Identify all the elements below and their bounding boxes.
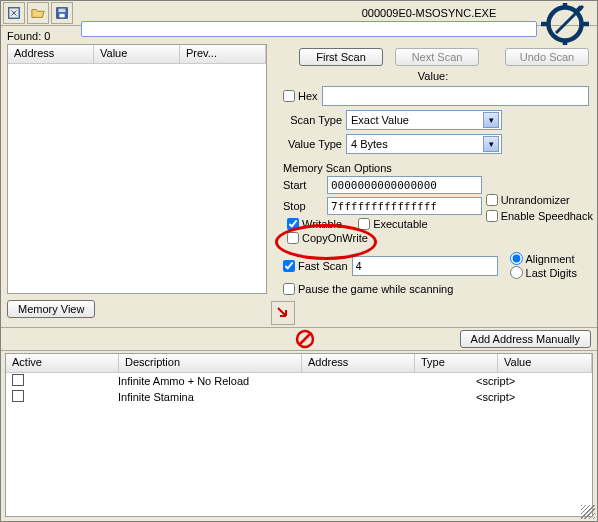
col-previous[interactable]: Prev... bbox=[180, 45, 266, 63]
cheat-value: <script> bbox=[476, 375, 592, 387]
cheat-active-checkbox[interactable] bbox=[12, 374, 24, 386]
value-input[interactable] bbox=[322, 86, 589, 106]
svg-rect-6 bbox=[563, 3, 568, 9]
writable-label: Writable bbox=[302, 218, 342, 230]
cheat-value: <script> bbox=[476, 391, 592, 403]
value-type-label: Value Type bbox=[277, 138, 342, 150]
memory-view-button[interactable]: Memory View bbox=[7, 300, 95, 318]
cheat-table[interactable]: Active Description Address Type Value In… bbox=[5, 353, 593, 517]
svg-rect-4 bbox=[59, 14, 64, 18]
start-label: Start bbox=[283, 179, 323, 191]
svg-line-12 bbox=[299, 333, 311, 345]
next-scan-button: Next Scan bbox=[395, 48, 479, 66]
undo-scan-button: Undo Scan bbox=[505, 48, 589, 66]
arrow-down-right-icon bbox=[275, 305, 291, 321]
add-address-manually-button[interactable]: Add Address Manually bbox=[460, 330, 591, 348]
scan-type-label: Scan Type bbox=[277, 114, 342, 126]
value-type-combo[interactable]: 4 Bytes bbox=[346, 134, 502, 154]
svg-rect-3 bbox=[59, 9, 66, 13]
cheat-active-checkbox[interactable] bbox=[12, 390, 24, 402]
copyonwrite-label: CopyOnWrite bbox=[302, 232, 368, 244]
table-row[interactable]: Infinite Stamina <script> bbox=[6, 389, 592, 405]
first-scan-button[interactable]: First Scan bbox=[299, 48, 383, 66]
scan-progress-bar bbox=[81, 21, 537, 37]
col-cheat-address[interactable]: Address bbox=[302, 354, 415, 372]
last-digits-radio[interactable] bbox=[510, 266, 523, 279]
fast-scan-value[interactable] bbox=[352, 256, 498, 276]
no-entry-icon bbox=[295, 329, 315, 349]
executable-checkbox[interactable] bbox=[358, 218, 370, 230]
col-active[interactable]: Active bbox=[6, 354, 119, 372]
pause-game-label: Pause the game while scanning bbox=[298, 283, 453, 295]
process-title: 000009E0-MSOSYNC.EXE bbox=[362, 7, 497, 19]
clear-list-button[interactable] bbox=[295, 329, 315, 349]
results-table[interactable]: Address Value Prev... bbox=[7, 44, 267, 294]
cheat-description: Infinite Stamina bbox=[118, 391, 294, 403]
unrandomizer-checkbox[interactable] bbox=[486, 194, 498, 206]
start-address-input[interactable] bbox=[327, 176, 482, 194]
hex-label: Hex bbox=[298, 90, 318, 102]
cheat-description: Infinite Ammo + No Reload bbox=[118, 375, 294, 387]
svg-rect-8 bbox=[541, 22, 547, 27]
hex-checkbox[interactable] bbox=[283, 90, 295, 102]
add-selected-button[interactable] bbox=[271, 301, 295, 325]
open-file-button[interactable] bbox=[27, 2, 49, 24]
col-value[interactable]: Value bbox=[94, 45, 180, 63]
copyonwrite-checkbox[interactable] bbox=[287, 232, 299, 244]
cheat-table-header: Active Description Address Type Value bbox=[6, 354, 592, 373]
col-cheat-value[interactable]: Value bbox=[498, 354, 592, 372]
col-cheat-type[interactable]: Type bbox=[415, 354, 498, 372]
fast-scan-label: Fast Scan bbox=[298, 260, 348, 272]
executable-label: Executable bbox=[373, 218, 427, 230]
enable-speedhack-checkbox[interactable] bbox=[486, 210, 498, 222]
col-address[interactable]: Address bbox=[8, 45, 94, 63]
stop-address-input[interactable] bbox=[327, 197, 482, 215]
fast-scan-checkbox[interactable] bbox=[283, 260, 295, 272]
value-label: Value: bbox=[277, 70, 589, 82]
stop-label: Stop bbox=[283, 200, 323, 212]
results-table-header: Address Value Prev... bbox=[8, 45, 266, 64]
col-description[interactable]: Description bbox=[119, 354, 302, 372]
memory-scan-options-title: Memory Scan Options bbox=[283, 162, 583, 174]
scan-type-combo[interactable]: Exact Value bbox=[346, 110, 502, 130]
select-process-button[interactable] bbox=[3, 2, 25, 24]
alignment-radio[interactable] bbox=[510, 252, 523, 265]
svg-rect-9 bbox=[583, 22, 589, 27]
writable-checkbox[interactable] bbox=[287, 218, 299, 230]
pause-game-checkbox[interactable] bbox=[283, 283, 295, 295]
table-row[interactable]: Infinite Ammo + No Reload <script> bbox=[6, 373, 592, 389]
resize-grip[interactable] bbox=[581, 505, 595, 519]
save-button[interactable] bbox=[51, 2, 73, 24]
